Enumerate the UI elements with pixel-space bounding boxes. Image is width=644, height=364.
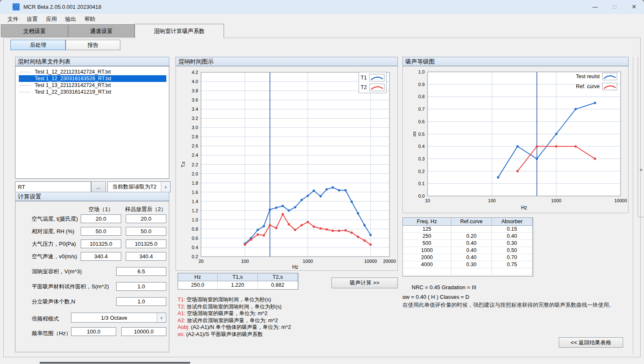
file-name: Test 1_22_230316141219_RT.txt xyxy=(35,89,111,95)
octave-mode-label: 倍频程模式 xyxy=(32,314,59,323)
file-list-item[interactable]: Test 1_12_221123142724_RT.txt xyxy=(19,69,166,75)
grade-header-cell[interactable]: Ref.curve xyxy=(451,218,492,226)
svg-text:0.6: 0.6 xyxy=(192,236,198,241)
grade-cell: 0.40 xyxy=(492,233,532,240)
grade-cell: 0.15 xyxy=(492,226,532,233)
grade-cell: 0.30 xyxy=(492,240,532,247)
file-list[interactable]: Test 1_12_221123142724_RT.txtTest 1_12_2… xyxy=(15,66,169,179)
close-button[interactable]: ✕ xyxy=(624,0,644,14)
tab-2[interactable]: 通道设置 xyxy=(68,24,135,37)
note-line: αs: (A2-A1)/S 平面吸声体的吸声系数 xyxy=(178,331,395,338)
rt-chart[interactable]: 0.20.40.60.81.01.21.41.61.82.02.22.42.62… xyxy=(176,66,398,271)
svg-text:0.6: 0.6 xyxy=(418,119,425,124)
field-label: 相对湿度, RH (%) xyxy=(32,227,74,236)
svg-text:αs: αs xyxy=(412,131,417,136)
file-list-item[interactable]: Test 1_22_230316141219_RT.txt xyxy=(19,89,166,95)
absorption-calc-button[interactable]: 吸声计算 >> xyxy=(331,277,398,288)
curve-icon xyxy=(602,73,617,80)
svg-text:0.8: 0.8 xyxy=(192,227,198,232)
grade-cell: 0.70 xyxy=(492,254,532,261)
calc-settings-title: 计算设置 xyxy=(15,192,169,201)
file-list-item[interactable]: Test 1_13_221123142724_RT.txt xyxy=(19,82,166,89)
field-input-2[interactable]: 340.4 xyxy=(126,252,166,261)
svg-text:2.4: 2.4 xyxy=(192,153,198,158)
freq-range-label: 频率范围（Hz） xyxy=(32,329,71,338)
note-key: A2: xyxy=(178,318,186,323)
field-input[interactable]: 1.0 xyxy=(116,297,166,306)
rt-chart-legend: T1T2 xyxy=(359,72,387,93)
menu-item-1[interactable]: 文件 xyxy=(3,14,23,24)
svg-text:1.0: 1.0 xyxy=(192,217,198,222)
app-window: MCR Beta 2.05.0.001 20230418 — □ ✕ 文件设置应… xyxy=(0,0,644,364)
tab-1[interactable]: 文档设置 xyxy=(1,24,68,37)
note-text: 空场混响室的混响时间，单位为秒(s) xyxy=(185,297,271,303)
subtab-2[interactable]: 报告 xyxy=(66,40,120,50)
rt-chart-svg[interactable]: 0.20.40.60.81.01.21.41.61.82.02.22.42.62… xyxy=(176,66,397,270)
tab-3[interactable]: 混响室计算吸声系数 xyxy=(135,24,224,38)
maximize-button[interactable]: □ xyxy=(605,0,624,14)
legend-label: Test reulst xyxy=(576,74,600,79)
subtab-1[interactable]: 后处理 xyxy=(10,40,66,50)
freq-range-max-input[interactable]: 10000.0 xyxy=(121,327,166,336)
svg-text:10: 10 xyxy=(425,198,430,203)
grade-cell: 0.75 xyxy=(492,261,532,268)
chevron-down-icon[interactable]: ∨ xyxy=(157,313,166,322)
browse-button[interactable]: ... xyxy=(91,181,106,192)
panel-divider xyxy=(633,57,633,354)
grade-cell: 125 xyxy=(403,226,451,233)
note-key: A1: xyxy=(178,311,186,316)
curve-icon xyxy=(602,83,617,90)
field-label: 大气压力，P0(Pa) xyxy=(32,239,76,248)
grade-cell xyxy=(492,268,532,275)
nrc-result-text: NRC = 0.45 Gradation = III xyxy=(412,284,476,290)
data-read-mode-dropdown[interactable]: 当前数据读取为T2 ∨ xyxy=(107,181,171,192)
subtab-bar: 后处理报告 xyxy=(10,40,120,50)
field-input[interactable]: 1.0 xyxy=(116,282,166,291)
field-input-2[interactable]: 50.0 xyxy=(126,227,166,236)
readout-header-cell: Hz xyxy=(178,273,218,281)
grade-cell: 0.30 xyxy=(451,261,492,268)
file-list-item[interactable]: Test 1_12_230316183526_RT.txt xyxy=(19,75,166,82)
rt-name-input[interactable] xyxy=(15,181,91,192)
file-list-panel-title: 混时间结果文件列表 xyxy=(15,57,169,66)
chevron-down-icon[interactable]: ∨ xyxy=(161,182,170,192)
field-label: 平面吸声材料试件面积，S(m^2) xyxy=(32,282,109,291)
collapse-panel-button[interactable]: < xyxy=(639,166,644,173)
grade-cell xyxy=(403,268,451,275)
field-input-2[interactable]: 20.0 xyxy=(126,214,166,223)
field-input-1[interactable]: 340.4 xyxy=(81,252,121,261)
svg-text:4.2: 4.2 xyxy=(192,70,198,75)
grade-cell: 500 xyxy=(403,240,451,247)
svg-text:0.4: 0.4 xyxy=(418,144,425,149)
field-input-2[interactable]: 101325.0 xyxy=(126,239,166,248)
menu-item-5[interactable]: 帮助 xyxy=(80,14,99,24)
freq-range-min-input[interactable]: 100.0 xyxy=(71,327,116,336)
field-input-1[interactable]: 101325.0 xyxy=(81,239,121,248)
minimize-button[interactable]: — xyxy=(585,0,605,14)
menu-bar: 文件设置应用输出帮助 xyxy=(0,14,644,24)
curve-icon xyxy=(369,74,384,81)
grade-table-container: Freq. HzRef.curveAbsorber1250.152500.200… xyxy=(402,217,533,277)
note-key: T2: xyxy=(178,304,185,310)
grade-chart[interactable]: 0.00.10.20.30.40.50.60.70.80.91.01010010… xyxy=(402,66,629,213)
note-key: αs: xyxy=(178,331,185,337)
back-to-results-button[interactable]: << 返回结果表格 xyxy=(559,337,623,348)
collapse-strip xyxy=(638,57,644,217)
grade-cell: 2000 xyxy=(403,254,451,261)
legend-label: Ref. curve xyxy=(576,84,600,89)
field-input-1[interactable]: 20.0 xyxy=(81,214,121,223)
field-input[interactable]: 6.5 xyxy=(116,267,166,276)
grade-header-cell[interactable]: Absorber xyxy=(492,218,532,226)
svg-text:10000: 10000 xyxy=(614,198,627,203)
menu-item-2[interactable]: 设置 xyxy=(23,14,42,24)
note-key: T1: xyxy=(178,297,185,303)
grade-header-cell[interactable]: Freq. Hz xyxy=(403,218,451,226)
menu-item-4[interactable]: 输出 xyxy=(61,14,80,24)
field-input-1[interactable]: 50.0 xyxy=(81,227,121,236)
octave-mode-dropdown[interactable]: 1/3 Octave ∨ xyxy=(71,313,166,323)
tree-connector-icon xyxy=(20,92,31,92)
svg-text:3.0: 3.0 xyxy=(192,125,198,130)
column-header-empty-room: 空场（1） xyxy=(81,206,121,213)
svg-text:3.4: 3.4 xyxy=(192,107,198,112)
menu-item-3[interactable]: 应用 xyxy=(42,14,61,24)
